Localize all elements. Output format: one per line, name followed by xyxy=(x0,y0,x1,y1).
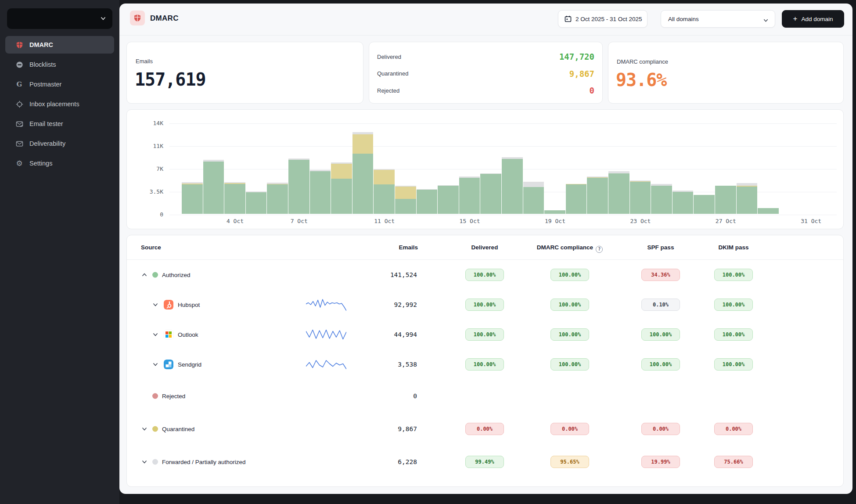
shield-icon xyxy=(15,40,24,49)
sidebar-item-postmaster[interactable]: GPostmaster xyxy=(5,76,114,93)
bar-segment-delivered xyxy=(587,178,608,214)
bar-segment-delivered xyxy=(438,186,459,214)
bar-20-oct[interactable] xyxy=(566,184,587,214)
bar-23-oct[interactable] xyxy=(630,180,651,214)
bar-9-oct[interactable] xyxy=(331,162,352,214)
chevron-down-icon[interactable] xyxy=(141,425,148,432)
bar-segment-delivered xyxy=(523,187,544,214)
bar-12-oct[interactable] xyxy=(395,186,416,214)
emails-count: 92,992 xyxy=(394,301,417,308)
sidebar-item-label: Settings xyxy=(29,160,52,167)
status-row-delivered: Delivered147,720 xyxy=(377,52,594,61)
gridline xyxy=(169,215,837,215)
status-row-rejected: Rejected0 xyxy=(377,86,594,95)
table-row-quarantined: Quarantined9,8670.00%0.00%0.00%0.00% xyxy=(127,412,843,445)
sidebar-item-deliverability[interactable]: Deliverability xyxy=(5,135,114,152)
status-label: Delivered xyxy=(377,54,401,60)
chevron-down-icon xyxy=(763,18,769,23)
source-label: Rejected xyxy=(162,392,185,399)
dkim-pass-badge: 100.00% xyxy=(714,299,753,311)
bar-3-oct[interactable] xyxy=(203,160,224,214)
dkim-pass-badge: 100.00% xyxy=(714,269,753,281)
chevron-down-icon[interactable] xyxy=(152,331,159,338)
bar-7-oct[interactable] xyxy=(288,158,309,214)
email-check-icon xyxy=(15,119,24,128)
bar-28-oct[interactable] xyxy=(737,183,758,214)
chevron-down-icon[interactable] xyxy=(141,458,148,465)
bar-segment-delivered xyxy=(352,154,374,214)
date-range-picker[interactable]: 2 Oct 2025 - 31 Oct 2025 xyxy=(558,10,647,28)
chevron-down-icon[interactable] xyxy=(152,301,159,308)
emails-count: 3,538 xyxy=(398,361,417,368)
sidebar-item-dmarc[interactable]: DMARC xyxy=(5,36,114,54)
y-axis-tick: 0 xyxy=(136,211,163,218)
chevron-up-icon[interactable] xyxy=(141,271,148,278)
volume-sparkline xyxy=(306,297,346,313)
bar-10-oct[interactable] xyxy=(352,132,374,214)
bar-8-oct[interactable] xyxy=(310,170,331,214)
gear-icon: ⚙ xyxy=(15,159,24,168)
sidebar: DMARCBlocklistsGPostmasterInbox placemen… xyxy=(0,0,119,504)
bar-18-oct[interactable] xyxy=(523,182,544,214)
bar-29-oct[interactable] xyxy=(758,208,779,214)
bar-22-oct[interactable] xyxy=(608,171,629,214)
y-axis-tick: 7K xyxy=(136,166,163,172)
gridline xyxy=(169,123,837,124)
delivered-badge: 100.00% xyxy=(465,269,504,281)
bar-6-oct[interactable] xyxy=(267,183,288,214)
source-label: Authorized xyxy=(162,272,191,278)
bar-19-oct[interactable] xyxy=(544,210,565,214)
sidebar-item-inbox-placements[interactable]: Inbox placements xyxy=(5,95,114,113)
bar-4-oct[interactable] xyxy=(224,182,245,214)
spf-pass-badge: 34.36% xyxy=(641,269,680,281)
status-value: 9,867 xyxy=(569,69,594,79)
table-row-rejected: Rejected0 xyxy=(127,379,843,412)
sources-table: Source Emails Delivered DMARC compliance… xyxy=(126,235,844,487)
category-dot xyxy=(152,426,158,432)
blocklist-icon xyxy=(15,60,24,69)
sidebar-item-email-tester[interactable]: Email tester xyxy=(5,115,114,133)
bar-segment-delivered xyxy=(758,208,779,214)
sidebar-nav: DMARCBlocklistsGPostmasterInbox placemen… xyxy=(5,36,114,174)
chevron-down-icon[interactable] xyxy=(152,361,159,368)
hubspot-icon xyxy=(164,300,173,310)
emails-count: 9,867 xyxy=(398,425,417,432)
domain-filter-select[interactable]: All domains xyxy=(661,10,775,28)
col-header-spf: SPF pass xyxy=(639,244,683,251)
bar-14-oct[interactable] xyxy=(438,185,459,214)
bar-24-oct[interactable] xyxy=(651,184,672,214)
bar-26-oct[interactable] xyxy=(694,195,715,214)
category-dot xyxy=(152,459,158,464)
bar-2-oct[interactable] xyxy=(182,182,203,214)
spf-pass-badge: 19.99% xyxy=(641,456,680,468)
spf-pass-badge: 0.10% xyxy=(641,299,680,311)
bar-25-oct[interactable] xyxy=(673,191,694,214)
bar-15-oct[interactable] xyxy=(459,176,480,214)
delivered-badge: 100.00% xyxy=(465,299,504,311)
workspace-selector[interactable] xyxy=(7,8,112,29)
help-icon[interactable]: ? xyxy=(596,246,603,253)
envelope-icon xyxy=(15,139,24,148)
sidebar-item-blocklists[interactable]: Blocklists xyxy=(5,56,114,73)
gridline xyxy=(169,146,837,147)
status-label: Quarantined xyxy=(377,70,409,77)
date-range-value: 2 Oct 2025 - 31 Oct 2025 xyxy=(575,16,642,22)
bar-5-oct[interactable] xyxy=(246,191,267,214)
bar-segment-delivered xyxy=(480,174,501,214)
add-domain-button[interactable]: + Add domain xyxy=(782,10,844,28)
x-axis-tick: 23 Oct xyxy=(621,218,660,224)
status-breakdown-card: Delivered147,720Quarantined9,867Rejected… xyxy=(369,42,603,104)
bar-11-oct[interactable] xyxy=(374,169,395,214)
bar-segment-delivered xyxy=(651,186,672,214)
bar-16-oct[interactable] xyxy=(480,173,501,214)
table-row-sendgrid: Sendgrid3,538100.00%100.00%100.00%100.00… xyxy=(127,349,843,379)
bar-segment-delivered xyxy=(224,184,245,214)
bar-13-oct[interactable] xyxy=(417,189,438,214)
delivered-badge: 99.49% xyxy=(465,456,504,468)
bar-17-oct[interactable] xyxy=(502,157,523,214)
compliance-card: DMARC compliance 93.6% xyxy=(608,42,844,104)
bar-27-oct[interactable] xyxy=(715,186,736,214)
sidebar-item-settings[interactable]: ⚙Settings xyxy=(5,155,114,172)
bar-21-oct[interactable] xyxy=(587,176,608,214)
dmarc-compliance-badge: 100.00% xyxy=(550,328,589,341)
